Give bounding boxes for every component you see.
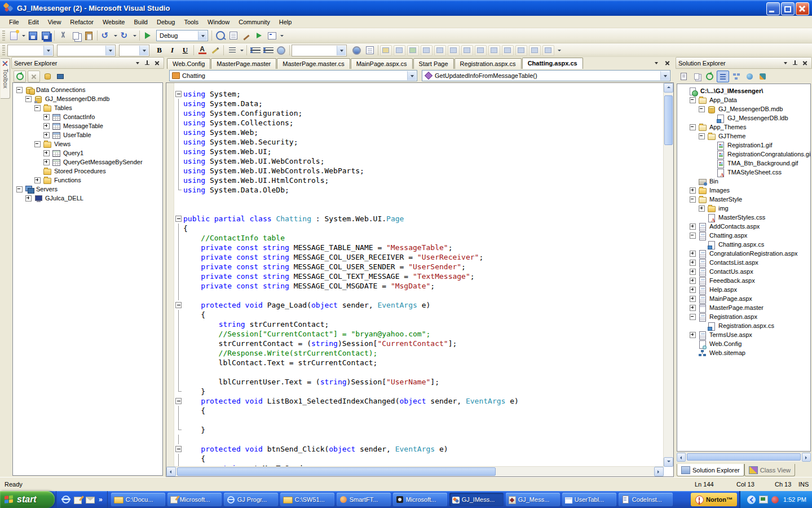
internet-explorer-icon[interactable] [62, 496, 70, 503]
taskbar-button-gjimess[interactable]: GJ_IMess... [449, 493, 504, 506]
active-files-dropdown-icon[interactable] [652, 59, 661, 67]
menu-edit[interactable]: Edit [24, 17, 43, 27]
refresh-button[interactable] [704, 71, 715, 82]
tree-item[interactable]: Registration.aspx.cs [677, 321, 810, 330]
toolbox-button[interactable] [240, 30, 253, 42]
tab-web-config[interactable]: Web.Config [167, 58, 210, 69]
taskbar-button-smartft[interactable]: SmartFT... [337, 493, 391, 506]
minimize-button[interactable] [766, 2, 780, 15]
chevron-down-icon[interactable] [105, 46, 114, 55]
tree-item[interactable]: RegistrationCongratulations.gif [677, 150, 810, 159]
underline-button[interactable]: U [179, 45, 192, 56]
html-tool-icon-2[interactable] [394, 45, 405, 56]
tree-item[interactable]: Data Connections [13, 85, 162, 94]
html-tool-icon-7[interactable] [461, 45, 473, 56]
toolbar-grip[interactable] [2, 30, 5, 41]
scroll-right-icon[interactable] [802, 453, 811, 462]
tree-item[interactable]: Query1 [13, 148, 162, 157]
html-tool-icon-9[interactable] [488, 45, 500, 56]
close-icon[interactable] [801, 59, 809, 67]
tree-item[interactable]: Functions [13, 176, 162, 185]
server-explorer-tree[interactable]: Data ConnectionsGJ_MessengerDB.mdbTables… [12, 82, 163, 476]
solution-configurations-combo[interactable]: Debug [156, 30, 208, 41]
bold-button[interactable]: B [153, 45, 166, 56]
fold-margin-icon[interactable] [174, 89, 183, 99]
expander-icon[interactable] [43, 114, 50, 120]
tree-item[interactable]: Views [13, 139, 162, 148]
tray-display-icon[interactable] [759, 496, 768, 503]
taskbar-button-microsoft[interactable]: Microsoft... [393, 493, 447, 506]
tree-item[interactable]: MessageTable [13, 121, 162, 130]
menu-view[interactable]: View [43, 17, 66, 27]
taskbar-button-cdocu[interactable]: C:\Docu... [111, 493, 165, 506]
chevron-down-icon[interactable] [337, 46, 346, 55]
schema-validation-button[interactable] [363, 45, 376, 56]
font-color-button[interactable]: A [196, 45, 209, 56]
close-document-icon[interactable] [663, 59, 672, 67]
save-button[interactable] [27, 30, 39, 42]
types-combo[interactable]: Chatting [169, 70, 417, 81]
cut-button[interactable] [56, 30, 69, 42]
properties-window-button[interactable] [227, 30, 240, 42]
html-tool-icon-13[interactable] [542, 45, 554, 56]
tab-mainpage-aspx-cs[interactable]: MainPage.aspx.cs [351, 58, 413, 69]
restore-button[interactable] [781, 2, 795, 15]
expander-icon[interactable] [690, 224, 696, 230]
undo-button[interactable]: ↺ [99, 30, 112, 42]
tree-item[interactable]: ContactsList.aspx [677, 258, 810, 267]
align-button[interactable] [226, 45, 239, 56]
tree-item[interactable]: img [677, 204, 810, 213]
toolbar-grip[interactable] [2, 45, 5, 55]
tree-item[interactable]: MainPage.aspx [677, 294, 810, 303]
show-desktop-icon[interactable] [74, 497, 82, 504]
tab-start-page[interactable]: Start Page [413, 58, 454, 69]
tree-item[interactable]: Stored Procedures [13, 167, 162, 176]
view-class-diagram-button[interactable] [731, 71, 742, 82]
tree-item[interactable]: GJ_MessengerDB.mdb [677, 104, 810, 113]
expander-icon[interactable] [34, 177, 41, 183]
expander-icon[interactable] [690, 260, 696, 266]
vertical-scrollbar[interactable] [663, 83, 673, 467]
tree-item[interactable]: Chatting.aspx.cs [677, 240, 810, 249]
chevron-down-icon[interactable] [43, 46, 52, 55]
tree-item[interactable]: ContactUs.aspx [677, 267, 810, 276]
chevron-down-icon[interactable] [139, 46, 148, 55]
tree-item[interactable]: Feeedback.aspx [677, 276, 810, 285]
tree-item[interactable]: GJTheme [677, 132, 810, 141]
chevron-down-icon[interactable] [660, 71, 669, 80]
expander-icon[interactable] [690, 196, 696, 203]
solution-horizontal-scrollbar[interactable] [677, 452, 811, 462]
close-icon[interactable] [153, 59, 161, 67]
expander-icon[interactable] [43, 123, 50, 129]
html-tool-icon-10[interactable] [502, 45, 514, 56]
tree-item[interactable]: MasterStyle [677, 195, 810, 204]
expander-icon[interactable] [699, 106, 705, 112]
html-tool-icon-5[interactable] [434, 45, 446, 56]
close-button[interactable] [796, 2, 809, 15]
tray-collapse-icon[interactable] [747, 496, 756, 504]
menu-window[interactable]: Window [203, 17, 234, 27]
tree-item[interactable]: Registration1.gif [677, 141, 810, 150]
tree-item[interactable]: Bin [677, 177, 810, 186]
tree-item[interactable]: Web.sitemap [677, 348, 810, 357]
tree-item[interactable]: TermsUse.aspx [677, 330, 810, 339]
expander-icon[interactable] [690, 269, 696, 275]
expander-icon[interactable] [690, 305, 696, 311]
tab-solution-explorer[interactable]: Solution Explorer [677, 464, 744, 476]
scroll-left-icon[interactable] [677, 453, 686, 462]
quick-launch-overflow[interactable]: » [99, 496, 103, 503]
tree-item[interactable]: Help.aspx [677, 285, 810, 294]
html-tool-icon-6[interactable] [448, 45, 460, 56]
fold-margin-icon[interactable] [174, 396, 183, 406]
hyperlink-button[interactable] [275, 45, 288, 56]
expander-icon[interactable] [25, 195, 32, 202]
new-item-button[interactable] [7, 30, 20, 42]
menu-help[interactable]: Help [275, 17, 297, 27]
tree-item[interactable]: TMAStyleSheet.css [677, 168, 810, 177]
toolbar-overflow[interactable] [556, 45, 562, 56]
highlight-button[interactable] [209, 45, 222, 56]
email-icon[interactable] [86, 497, 95, 503]
find-in-files-button[interactable] [214, 30, 227, 42]
tab-masterpage-master[interactable]: MasterPage.master [211, 58, 276, 69]
expander-icon[interactable] [43, 150, 50, 156]
